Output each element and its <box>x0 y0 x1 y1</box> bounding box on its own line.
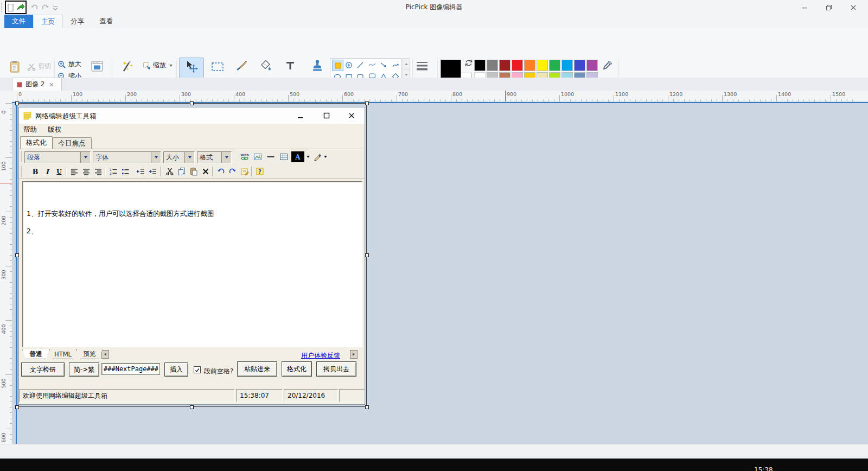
editor-tab-格式化[interactable]: 格式化 <box>20 136 53 149</box>
simplified-to-traditional-button[interactable]: 简->繁 <box>69 362 99 377</box>
minimize-button[interactable] <box>796 0 813 15</box>
undo-button[interactable] <box>215 166 226 177</box>
color-swatch[interactable] <box>487 60 498 71</box>
swap-colors-icon[interactable] <box>464 59 473 67</box>
shape-arrow[interactable] <box>379 60 389 70</box>
shape-selected-square[interactable] <box>332 60 343 71</box>
combo-arrow-icon[interactable] <box>221 152 231 163</box>
next-page-input[interactable] <box>101 363 160 375</box>
font-color-caret-icon[interactable] <box>307 156 310 158</box>
tab-close-icon[interactable] <box>49 82 54 87</box>
selection-handle[interactable] <box>365 253 369 257</box>
canvas[interactable]: 网络编辑超级工具箱 帮助 版权 格式化今日焦点 A <box>12 101 868 444</box>
bold-button[interactable]: B <box>30 166 41 177</box>
note-button[interactable] <box>239 166 250 177</box>
combo-字体[interactable]: 字体 <box>93 151 161 163</box>
selection-handle[interactable] <box>15 405 19 409</box>
shape-s-arrow[interactable] <box>390 60 400 70</box>
color-swatch[interactable] <box>574 60 585 71</box>
delete-button[interactable] <box>200 166 211 177</box>
combo-arrow-icon[interactable] <box>184 152 194 163</box>
cut-button[interactable] <box>164 166 175 177</box>
align-center-button[interactable] <box>81 166 92 177</box>
tab-主页[interactable]: 主页 <box>33 15 63 29</box>
italic-button[interactable]: I <box>42 166 53 177</box>
selection-handle[interactable] <box>15 253 19 257</box>
selection-handle[interactable] <box>365 405 369 409</box>
copy-button[interactable] <box>176 166 187 177</box>
tab-分享[interactable]: 分享 <box>63 15 92 28</box>
paste-in-button[interactable]: 粘贴进来 <box>237 361 277 377</box>
color-swatch[interactable] <box>586 60 598 71</box>
hr-button[interactable] <box>265 151 276 162</box>
document-tab[interactable]: 图像 2 <box>12 78 62 91</box>
redo-button[interactable] <box>227 166 238 177</box>
shape-curve[interactable] <box>367 60 377 70</box>
combo-arrow-icon[interactable] <box>80 152 90 163</box>
tab-文件[interactable]: 文件 <box>4 15 33 28</box>
align-right-button[interactable] <box>93 166 104 177</box>
underline-button[interactable]: U <box>54 166 65 177</box>
outdent-button[interactable] <box>135 166 146 177</box>
combo-大小[interactable]: 大小 <box>163 151 195 163</box>
editor-textarea[interactable] <box>22 181 362 347</box>
selection-handle[interactable] <box>15 101 19 105</box>
zoom-in-button[interactable]: 放大 <box>58 60 81 69</box>
color-swatch[interactable] <box>524 60 535 71</box>
combo-格式[interactable]: 格式 <box>197 151 232 163</box>
table-button[interactable] <box>278 151 289 162</box>
pen-caret-icon[interactable] <box>324 156 327 158</box>
restore-button[interactable] <box>821 0 837 15</box>
view-tab-HTML[interactable]: HTML <box>49 349 76 359</box>
windows-taskbar[interactable]: 15:38 <box>0 459 868 471</box>
view-tabs-scroll-right-button[interactable] <box>350 350 358 359</box>
insert-button[interactable]: 插入 <box>164 362 188 377</box>
web-button[interactable]: WEB <box>239 151 250 162</box>
color-swatch[interactable] <box>474 60 486 71</box>
close-button[interactable] <box>845 0 861 15</box>
color-swatch[interactable] <box>499 60 510 71</box>
view-tabs-scroll-left-button[interactable] <box>101 350 109 359</box>
color-swatch[interactable] <box>537 60 548 71</box>
numbered-list-button[interactable]: 12 <box>108 166 119 177</box>
feedback-link[interactable]: 用户体验反馈 <box>301 351 340 360</box>
copy-out-button[interactable]: 拷贝出去 <box>316 361 356 377</box>
combo-段落[interactable]: 段落 <box>24 151 91 163</box>
menu-copyright[interactable]: 版权 <box>46 125 63 135</box>
paste-button[interactable] <box>188 166 199 177</box>
image-button[interactable] <box>252 151 263 162</box>
ruler-label: 0 <box>18 91 22 97</box>
editor-tab-今日焦点[interactable]: 今日焦点 <box>53 137 92 149</box>
shape-circle-plus[interactable] <box>343 60 354 70</box>
align-left-button[interactable] <box>69 166 80 177</box>
font-color-button[interactable]: A <box>291 151 304 162</box>
view-tab-预览[interactable]: 预览 <box>76 349 103 359</box>
pen-button[interactable] <box>312 151 323 162</box>
shape-line[interactable] <box>355 60 366 70</box>
shapes-scroll-up-button[interactable] <box>403 58 410 69</box>
eyedropper-icon[interactable] <box>602 60 613 71</box>
combo-arrow-icon[interactable] <box>151 152 161 163</box>
selection-handle[interactable] <box>365 101 369 105</box>
editor-minimize-button[interactable] <box>295 110 307 121</box>
view-tab-普通[interactable]: 普通 <box>22 349 49 359</box>
menu-help[interactable]: 帮助 <box>21 125 39 135</box>
format-button[interactable]: 格式化 <box>282 361 312 377</box>
bullet-list-button[interactable] <box>120 166 131 177</box>
indent-button[interactable] <box>147 166 158 177</box>
color-swatch[interactable] <box>549 60 560 71</box>
cut-button[interactable]: 剪切 <box>27 62 51 71</box>
color-swatch[interactable] <box>512 60 523 71</box>
tab-查看[interactable]: 查看 <box>92 15 120 28</box>
editor-close-button[interactable] <box>346 110 358 121</box>
scale-button[interactable]: 缩放 <box>142 61 173 70</box>
selection-handle[interactable] <box>190 101 194 105</box>
size-icon[interactable] <box>416 60 429 73</box>
editor-titlebar[interactable]: 网络编辑超级工具箱 <box>19 107 365 124</box>
text-check-button[interactable]: 文字检错 <box>21 362 65 377</box>
help-button[interactable]: ? <box>254 166 265 177</box>
editor-maximize-button[interactable] <box>321 110 333 121</box>
leading-space-checkbox[interactable] <box>194 366 201 373</box>
selection-handle[interactable] <box>190 405 194 409</box>
color-swatch[interactable] <box>561 60 573 71</box>
